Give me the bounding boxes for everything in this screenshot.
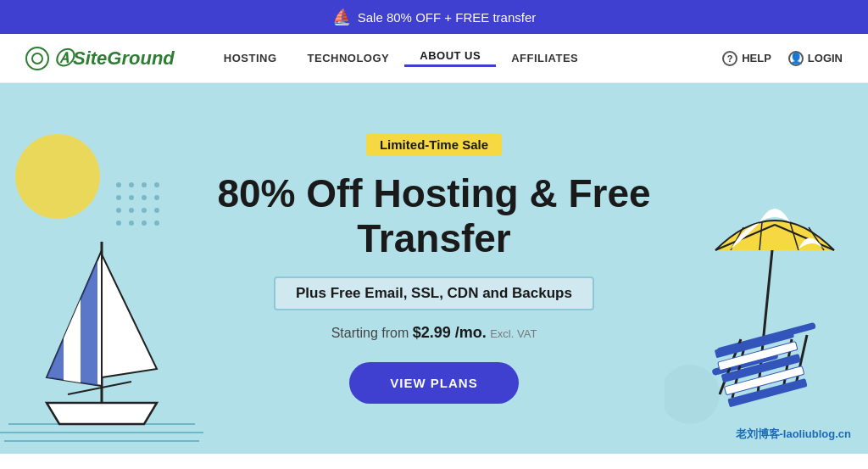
svg-point-16 (116, 208, 121, 213)
nav-about-us[interactable]: ABOUT US (404, 49, 496, 67)
svg-point-12 (116, 195, 121, 200)
svg-point-19 (154, 208, 159, 213)
view-plans-button[interactable]: VIEW PLANS (349, 362, 518, 404)
logo-icon (25, 47, 49, 70)
help-icon: ? (722, 51, 737, 66)
svg-point-17 (129, 208, 134, 213)
login-icon: 👤 (788, 51, 804, 66)
dots-decoration (114, 181, 165, 232)
svg-point-20 (116, 221, 121, 226)
hero-title: 80% Off Hosting & Free Transfer (214, 171, 654, 261)
svg-rect-4 (47, 250, 64, 420)
login-label: LOGIN (808, 52, 843, 64)
nav-hosting[interactable]: HOSTING (209, 52, 292, 64)
svg-point-21 (129, 221, 134, 226)
help-label: HELP (742, 52, 771, 64)
help-link[interactable]: ? HELP (722, 51, 771, 66)
svg-rect-6 (81, 250, 97, 420)
banner-text: Sale 80% OFF + FREE transfer (358, 10, 537, 25)
nav-links: HOSTING TECHNOLOGY ABOUT US AFFILIATES (209, 49, 722, 67)
sailboat-icon: ⛵ (332, 8, 351, 26)
sailboat-illustration (0, 131, 203, 454)
svg-point-15 (154, 195, 159, 200)
svg-point-9 (129, 182, 134, 187)
beach-illustration (665, 165, 851, 437)
watermark: 老刘博客-laoliublog.cn (736, 427, 852, 442)
svg-point-14 (142, 195, 147, 200)
navbar: ⒶSiteGround HOSTING TECHNOLOGY ABOUT US … (0, 34, 868, 83)
top-banner: ⛵ Sale 80% OFF + FREE transfer (0, 0, 868, 34)
svg-point-8 (116, 182, 121, 187)
svg-point-24 (665, 365, 720, 424)
logo-text: ⒶSiteGround (54, 46, 175, 71)
svg-point-11 (154, 182, 159, 187)
svg-point-13 (129, 195, 134, 200)
hero-price: Starting from $2.99 /mo. Excl. VAT (331, 324, 537, 342)
svg-point-22 (142, 221, 147, 226)
nav-affiliates[interactable]: AFFILIATES (496, 52, 593, 64)
sale-badge: Limited-Time Sale (366, 133, 502, 156)
logo[interactable]: ⒶSiteGround (25, 46, 175, 71)
login-link[interactable]: 👤 LOGIN (788, 51, 843, 66)
svg-point-10 (142, 182, 147, 187)
nav-right: ? HELP 👤 LOGIN (722, 51, 843, 66)
svg-point-18 (142, 208, 147, 213)
nav-technology[interactable]: TECHNOLOGY (292, 52, 405, 64)
hero-subtitle: Plus Free Email, SSL, CDN and Backups (274, 276, 594, 310)
hero-section: Limited-Time Sale 80% Off Hosting & Free… (0, 83, 868, 454)
svg-point-23 (154, 221, 159, 226)
